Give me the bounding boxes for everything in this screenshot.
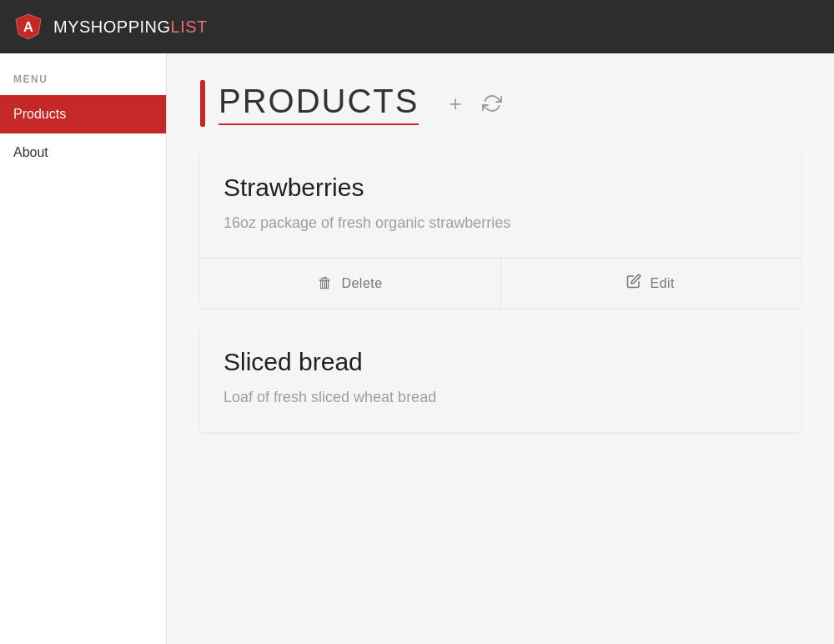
sidebar: MENU Products About — [0, 53, 167, 644]
product-card: Sliced bread Loaf of fresh sliced wheat … — [200, 325, 801, 432]
svg-text:A: A — [23, 19, 33, 34]
refresh-button[interactable] — [479, 90, 505, 117]
main-content: PRODUCTS + Strawberries — [167, 53, 834, 644]
add-icon: + — [449, 91, 461, 117]
product-card-body: Sliced bread Loaf of fresh sliced wheat … — [200, 325, 801, 432]
delete-button[interactable]: 🗑 Delete — [200, 259, 500, 308]
app-header: A MYSHOPPINGLIST — [0, 0, 834, 53]
refresh-icon — [482, 93, 502, 113]
add-product-button[interactable]: + — [445, 88, 465, 120]
title-shopping: SHOPPING — [79, 18, 171, 36]
product-name: Strawberries — [224, 174, 777, 202]
header-actions: + — [445, 88, 505, 120]
page-header: PRODUCTS + — [200, 80, 801, 127]
page-title-accent — [200, 80, 205, 127]
edit-icon — [626, 274, 641, 293]
page-title: PRODUCTS — [219, 83, 419, 125]
sidebar-products-label: Products — [13, 107, 66, 122]
sidebar-about-label: About — [13, 145, 48, 160]
title-list: LIST — [171, 18, 208, 36]
product-description: Loaf of fresh sliced wheat bread — [224, 386, 777, 409]
sidebar-item-about[interactable]: About — [0, 133, 166, 172]
edit-button[interactable]: Edit — [500, 259, 801, 308]
page-title-bar: PRODUCTS — [200, 80, 419, 127]
delete-icon: 🗑 — [318, 274, 334, 292]
product-card: Strawberries 16oz package of fresh organ… — [200, 150, 801, 308]
app-title: MYSHOPPINGLIST — [53, 18, 208, 37]
edit-label: Edit — [650, 276, 675, 291]
menu-label: MENU — [0, 73, 166, 95]
main-layout: MENU Products About PRODUCTS + — [0, 53, 834, 644]
product-card-body: Strawberries 16oz package of fresh organ… — [200, 150, 801, 258]
product-description: 16oz package of fresh organic strawberri… — [224, 212, 777, 234]
title-my: MY — [53, 18, 79, 36]
angular-logo: A — [13, 12, 43, 42]
product-card-actions: 🗑 Delete Edit — [200, 258, 801, 308]
delete-label: Delete — [341, 276, 382, 291]
sidebar-item-products[interactable]: Products — [0, 95, 166, 133]
product-name: Sliced bread — [224, 348, 777, 376]
